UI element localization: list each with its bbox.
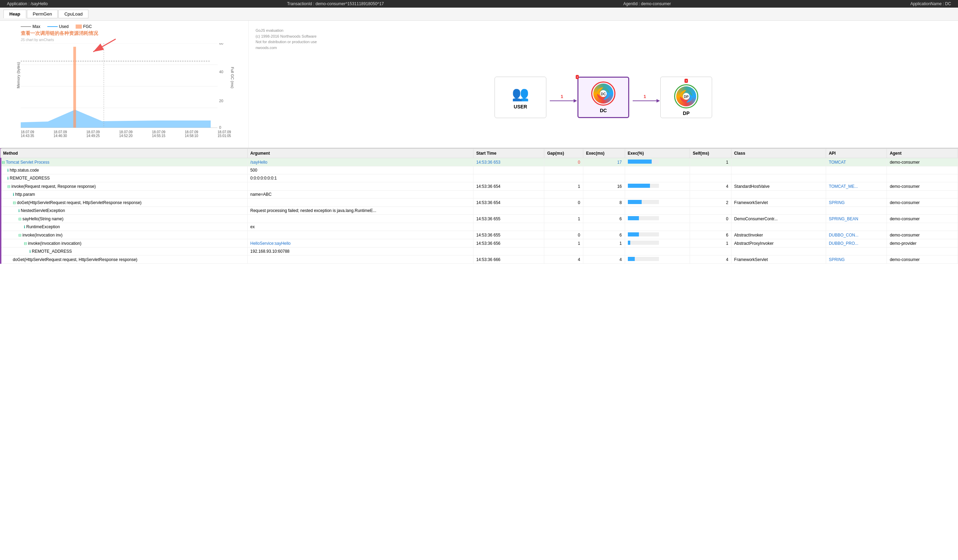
dp-label: DP [683, 111, 689, 116]
cell-exec [583, 223, 625, 231]
cell-exec-pct [625, 182, 690, 190]
cell-agent [887, 247, 958, 255]
cell-api: DUBBO_PRO... [826, 239, 887, 247]
cell-exec [583, 247, 625, 255]
y-axis-label: Memory (bytes) [16, 62, 21, 88]
cell-agent [887, 223, 958, 231]
cell-gap [544, 247, 583, 255]
legend-fgc: FGC [83, 24, 92, 29]
cell-method: ℹRuntimeException [0, 223, 247, 231]
cell-class: DemoConsumerContr... [731, 215, 826, 223]
node-user: 👥 USER [495, 77, 546, 118]
x-tick-2: 18.07.0914:49:25 [86, 130, 100, 138]
cell-method: ⊟invoke(Invocation invocation) [0, 239, 247, 247]
amcharts-note: JS chart by amCharts [21, 38, 245, 42]
cell-agent: demo-consumer [887, 158, 958, 167]
cell-start-time [473, 247, 544, 255]
table-area: Method Argument Start Time Gap(ms) Exec(… [0, 148, 958, 264]
cell-argument: /sayHello [247, 158, 473, 167]
cell-gap: 0 [544, 198, 583, 207]
cell-start-time [473, 190, 544, 198]
expand-icon[interactable]: ⊟ [2, 160, 5, 164]
expand-icon[interactable]: ⊟ [13, 201, 16, 205]
cell-exec [583, 167, 625, 175]
info-icon: ℹ [29, 249, 31, 254]
cell-exec-pct [625, 190, 690, 198]
dc-icon-inner: DC [593, 84, 613, 103]
cell-start-time [473, 207, 544, 215]
x-tick-0: 18.07.0914:43:35 [21, 130, 34, 138]
cell-start-time: 14:53:36 654 [473, 198, 544, 207]
cell-class: AbstractProxyInvoker [731, 239, 826, 247]
tab-permgen[interactable]: PermGen [27, 10, 58, 18]
tabs-bar: Heap PermGen CpuLoad [0, 8, 958, 21]
tab-heap[interactable]: Heap [3, 10, 26, 18]
cell-start-time: 14:53:36 655 [473, 215, 544, 223]
top-bar: Application : /sayHello TransactionId : … [0, 0, 958, 8]
cell-gap [544, 207, 583, 215]
cell-class [731, 190, 826, 198]
cell-class [731, 207, 826, 215]
conn-count-1: 1 [560, 94, 563, 99]
svg-marker-16 [21, 110, 211, 128]
x-tick-3: 18.07.0914:52:20 [119, 130, 133, 138]
svg-text:20: 20 [219, 99, 224, 103]
dc-icon-outer: DC [591, 81, 615, 106]
cell-class [731, 158, 826, 167]
svg-line-1 [93, 39, 116, 52]
table-row: ℹNestedServletExceptionRequest processin… [0, 207, 958, 215]
conn-count-2: 1 [643, 94, 646, 99]
svg-text:DP: DP [684, 95, 688, 99]
col-class: Class [731, 149, 826, 158]
data-table: Method Argument Start Time Gap(ms) Exec(… [0, 148, 958, 264]
expand-icon[interactable]: ⊟ [7, 184, 10, 189]
cell-method: ℹhttp.param [0, 190, 247, 198]
table-row: ⊟sayHello(String name)14:53:36 655160Dem… [0, 215, 958, 223]
cell-exec [583, 175, 625, 182]
appname-label: ApplicationName : DC [910, 2, 951, 6]
cell-self [690, 247, 731, 255]
x-tick-6: 18.07.0915:01:05 [217, 130, 231, 138]
cell-self [690, 190, 731, 198]
cell-exec-pct [625, 167, 690, 175]
tab-cpuload[interactable]: CpuLoad [59, 10, 89, 18]
cell-gap [544, 167, 583, 175]
cell-api: SPRING [826, 198, 887, 207]
info-icon: ℹ [24, 225, 25, 229]
cell-agent [887, 175, 958, 182]
cell-self: 0 [690, 215, 731, 223]
cell-gap: 4 [544, 255, 583, 264]
cell-self: 4 [690, 255, 731, 264]
cell-api: TOMCAT_ME... [826, 182, 887, 190]
cell-argument [247, 182, 473, 190]
cell-agent: demo-consumer [887, 215, 958, 223]
x-tick-1: 18.07.0914:46:30 [54, 130, 67, 138]
cell-self: 1 [690, 158, 731, 167]
cell-gap [544, 175, 583, 182]
dp-badge: ▪ [685, 79, 688, 83]
expand-icon[interactable]: ⊟ [18, 233, 21, 237]
cell-exec-pct [625, 207, 690, 215]
table-row: ⊟doGet(HttpServletRequest request, HttpS… [0, 198, 958, 207]
expand-icon[interactable]: ⊟ [24, 241, 27, 246]
cell-agent: demo-consumer [887, 182, 958, 190]
cell-api [826, 175, 887, 182]
cell-self [690, 175, 731, 182]
chart-area: Max Used FGC 查看一次调用链的各种资源消耗情况 JS chart b… [0, 21, 249, 148]
flow-diagram: 👥 USER 1 ▪ [255, 54, 951, 141]
cell-method: ℹREMOTE_ADDRESS [0, 247, 247, 255]
expand-icon[interactable]: ⊟ [18, 217, 21, 221]
cell-start-time [473, 167, 544, 175]
cell-argument: 0:0:0:0:0:0:0:1 [247, 175, 473, 182]
connector-user-dc: 1 [550, 94, 574, 101]
table-row: ℹREMOTE_ADDRESS0:0:0:0:0:0:0:1 [0, 175, 958, 182]
cell-gap: 1 [544, 239, 583, 247]
dp-icon-outer: DP [674, 84, 698, 108]
main-content: Max Used FGC 查看一次调用链的各种资源消耗情况 JS chart b… [0, 21, 958, 148]
cell-agent: demo-consumer [887, 198, 958, 207]
legend-used: Used [59, 24, 69, 29]
user-icon: 👥 [512, 86, 529, 102]
col-agent: Agent [887, 149, 958, 158]
svg-text:60: 60 [219, 43, 224, 45]
table-row: ⊟invoke(Request request, Response respon… [0, 182, 958, 190]
